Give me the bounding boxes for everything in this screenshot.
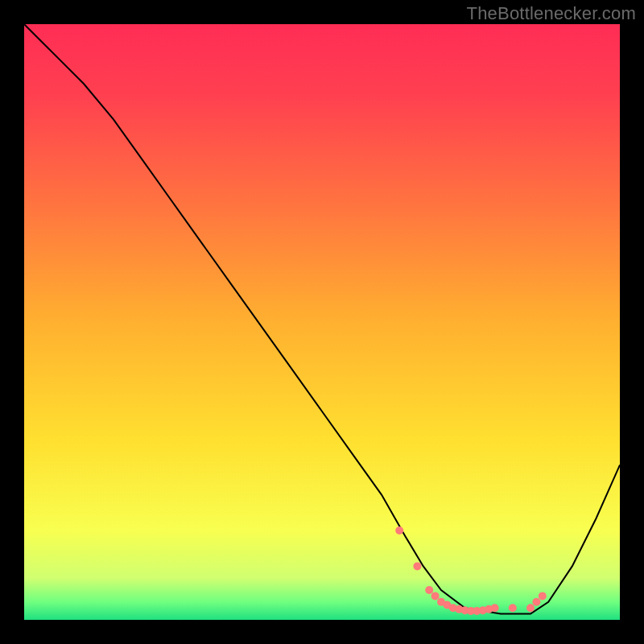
marker-dot: [532, 598, 540, 606]
chart-plot-area: [24, 24, 620, 620]
marker-dot: [395, 526, 403, 535]
marker-dot: [413, 562, 421, 570]
chart-svg: [24, 24, 620, 620]
marker-dot: [425, 586, 433, 594]
watermark-text: TheBottlenecker.com: [467, 3, 636, 24]
marker-dot: [509, 604, 517, 612]
marker-dot: [539, 592, 547, 600]
marker-dot: [491, 604, 499, 612]
marker-dot: [431, 592, 440, 600]
marker-dot: [526, 604, 535, 612]
chart-background-gradient: [24, 24, 620, 620]
chart-frame: TheBottlenecker.com: [0, 0, 644, 644]
